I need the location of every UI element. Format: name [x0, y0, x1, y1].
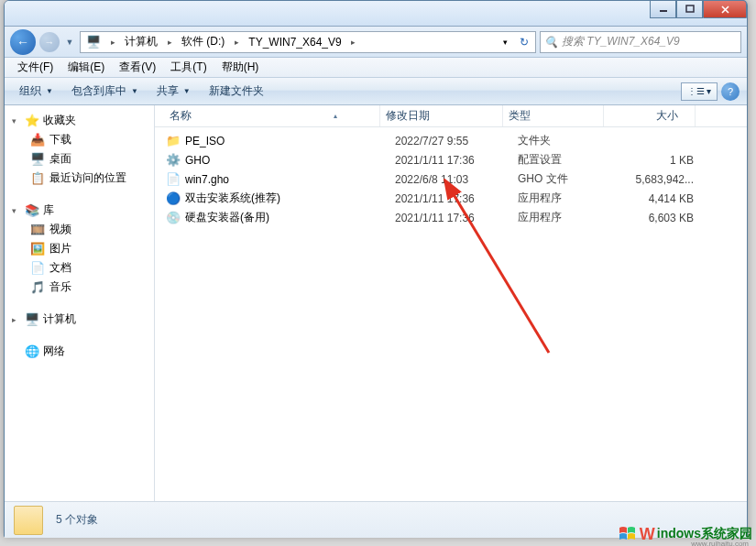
share-button[interactable]: 共享▼ [149, 82, 198, 101]
libraries-group[interactable]: ▾📚库 [5, 201, 154, 220]
include-library-button[interactable]: 包含到库中▼ [64, 82, 146, 101]
file-size: 1 KB [619, 154, 710, 167]
breadcrumb-icon[interactable]: 🖥️ [81, 32, 106, 52]
svg-rect-1 [686, 5, 694, 12]
organize-button[interactable]: 组织▼ [12, 82, 60, 101]
sort-indicator-icon: ▴ [334, 112, 337, 120]
menu-view[interactable]: 查看(V) [112, 58, 163, 77]
sidebar-downloads[interactable]: 📥下载 [5, 130, 154, 149]
file-icon: 📁 [166, 134, 181, 148]
breadcrumb-drive[interactable]: 软件 (D:) [176, 32, 230, 52]
file-date: 2022/6/8 11:03 [395, 173, 518, 186]
navigation-bar: ← → ▼ 🖥️ ▸ 计算机 ▸ 软件 (D:) ▸ TY_WIN7_X64_V… [5, 27, 747, 58]
windows-logo-icon [618, 524, 638, 544]
recent-icon: 📋 [30, 171, 45, 186]
minimize-button[interactable] [650, 0, 676, 18]
document-icon: 📄 [30, 261, 45, 276]
column-type[interactable]: 类型 [503, 105, 604, 126]
explorer-window: ← → ▼ 🖥️ ▸ 计算机 ▸ 软件 (D:) ▸ TY_WIN7_X64_V… [4, 0, 748, 537]
file-icon: 📄 [166, 172, 181, 187]
file-icon: ⚙️ [166, 153, 181, 168]
collapse-icon: ▾ [12, 116, 21, 126]
menu-bar: 文件(F) 编辑(E) 查看(V) 工具(T) 帮助(H) [5, 58, 747, 78]
address-dropdown[interactable]: ▾ [498, 32, 513, 52]
command-bar: 组织▼ 包含到库中▼ 共享▼ 新建文件夹 ⋮☰ ▾ ? [5, 78, 747, 105]
file-row[interactable]: 💿硬盘安装器(备用)2021/1/11 17:36应用程序6,603 KB [155, 208, 747, 227]
desktop-icon: 🖥️ [30, 152, 45, 167]
file-row[interactable]: 📁PE_ISO2022/7/27 9:55文件夹 [155, 131, 747, 150]
file-date: 2022/7/27 9:55 [395, 135, 518, 147]
sidebar-desktop[interactable]: 🖥️桌面 [5, 149, 154, 169]
menu-edit[interactable]: 编辑(E) [60, 58, 112, 77]
breadcrumb-computer[interactable]: 计算机 [119, 32, 163, 52]
menu-help[interactable]: 帮助(H) [214, 58, 267, 77]
address-bar[interactable]: 🖥️ ▸ 计算机 ▸ 软件 (D:) ▸ TY_WIN7_X64_V9 ▸ ▾ … [80, 31, 536, 53]
column-headers: 名称▴ 修改日期 类型 大小 [155, 105, 747, 127]
network-icon: 🌐 [25, 344, 39, 359]
column-size[interactable]: 大小 [604, 105, 696, 126]
new-folder-button[interactable]: 新建文件夹 [202, 82, 271, 101]
svg-rect-0 [660, 10, 667, 12]
titlebar[interactable] [5, 1, 747, 27]
file-list: 📁PE_ISO2022/7/27 9:55文件夹⚙️GHO2021/1/11 1… [155, 127, 747, 231]
file-name: win7.gho [185, 173, 229, 186]
file-size: 6,603 KB [619, 212, 710, 224]
favorites-group[interactable]: ▾⭐收藏夹 [5, 111, 154, 130]
column-date[interactable]: 修改日期 [380, 105, 503, 126]
chevron-right-icon[interactable]: ▸ [230, 38, 243, 47]
file-row[interactable]: ⚙️GHO2021/1/11 17:36配置设置1 KB [155, 150, 747, 169]
file-size: 5,683,942... [619, 173, 710, 186]
picture-icon: 🖼️ [30, 242, 45, 257]
item-count: 5 个对象 [56, 512, 98, 528]
file-icon: 🔵 [166, 191, 181, 206]
history-dropdown[interactable]: ▼ [63, 33, 76, 51]
sidebar-pictures[interactable]: 🖼️图片 [5, 239, 154, 258]
breadcrumb-folder[interactable]: TY_WIN7_X64_V9 [243, 32, 346, 52]
folder-large-icon [14, 506, 43, 535]
file-row[interactable]: 🔵双击安装系统(推荐)2021/1/11 17:36应用程序4,414 KB [155, 189, 747, 208]
sidebar-documents[interactable]: 📄文档 [5, 258, 154, 278]
watermark-url: www.ruihaitu.com [691, 540, 749, 546]
chevron-right-icon[interactable]: ▸ [106, 38, 119, 47]
collapse-icon: ▾ [12, 206, 21, 215]
menu-file[interactable]: 文件(F) [10, 58, 60, 77]
file-icon: 💿 [166, 211, 181, 225]
sidebar-videos[interactable]: 🎞️视频 [5, 220, 154, 239]
chevron-right-icon[interactable]: ▸ [163, 38, 176, 47]
maximize-button[interactable] [676, 0, 703, 18]
view-options-button[interactable]: ⋮☰ ▾ [681, 82, 718, 101]
close-button[interactable] [703, 0, 747, 18]
computer-icon: 🖥️ [25, 312, 39, 327]
search-input[interactable]: 🔍 搜索 TY_WIN7_X64_V9 [540, 31, 741, 53]
file-name: GHO [185, 154, 210, 167]
back-button[interactable]: ← [10, 29, 36, 55]
file-type: 应用程序 [518, 210, 619, 225]
sidebar-recent[interactable]: 📋最近访问的位置 [5, 169, 154, 188]
chevron-right-icon[interactable]: ▸ [347, 38, 360, 47]
body: ▾⭐收藏夹 📥下载 🖥️桌面 📋最近访问的位置 ▾📚库 🎞️视频 🖼️图片 📄文… [5, 105, 747, 501]
file-row[interactable]: 📄win7.gho2022/6/8 11:03GHO 文件5,683,942..… [155, 169, 747, 189]
file-date: 2021/1/11 17:36 [395, 212, 518, 224]
file-date: 2021/1/11 17:36 [395, 154, 518, 167]
chevron-down-icon: ▼ [183, 87, 191, 95]
library-icon: 📚 [25, 203, 39, 218]
sidebar-music[interactable]: 🎵音乐 [5, 278, 154, 297]
column-name[interactable]: 名称▴ [155, 105, 380, 126]
window-controls [650, 0, 747, 18]
chevron-down-icon: ▼ [46, 87, 53, 95]
file-type: 文件夹 [518, 133, 619, 148]
forward-button[interactable]: → [39, 32, 60, 52]
navigation-pane[interactable]: ▾⭐收藏夹 📥下载 🖥️桌面 📋最近访问的位置 ▾📚库 🎞️视频 🖼️图片 📄文… [5, 105, 155, 501]
chevron-down-icon: ▼ [131, 87, 138, 95]
network-group[interactable]: 🌐网络 [5, 342, 154, 361]
help-button[interactable]: ? [721, 82, 740, 101]
file-name: 双击安装系统(推荐) [185, 191, 280, 206]
menu-tools[interactable]: 工具(T) [163, 58, 214, 77]
file-name: PE_ISO [185, 135, 225, 147]
music-icon: 🎵 [30, 280, 45, 295]
search-icon: 🔍 [544, 36, 558, 49]
refresh-button[interactable]: ↻ [513, 36, 535, 49]
computer-group[interactable]: ▸🖥️计算机 [5, 310, 154, 329]
file-type: 配置设置 [518, 152, 619, 168]
file-type: 应用程序 [518, 191, 619, 206]
